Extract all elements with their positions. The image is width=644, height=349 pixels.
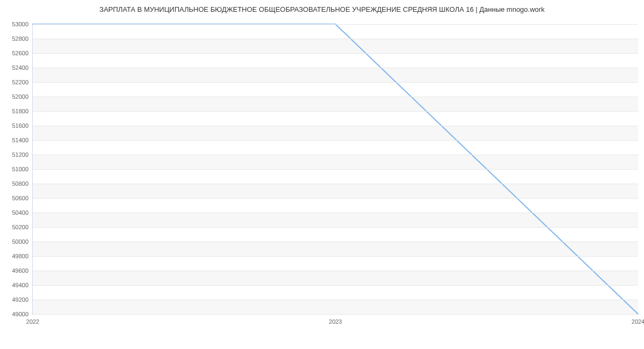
y-gridline bbox=[33, 155, 638, 155]
y-tick-label: 50000 bbox=[12, 238, 33, 245]
y-tick-label: 50800 bbox=[12, 180, 33, 187]
y-tick-label: 50600 bbox=[12, 195, 33, 201]
y-gridline bbox=[33, 256, 638, 257]
y-gridline bbox=[33, 213, 638, 213]
y-tick-label: 49400 bbox=[12, 282, 33, 288]
y-gridline bbox=[33, 140, 638, 141]
y-gridline bbox=[33, 242, 638, 242]
chart-title: ЗАРПЛАТА В МУНИЦИПАЛЬНОЕ БЮДЖЕТНОЕ ОБЩЕО… bbox=[0, 5, 644, 13]
y-gridline bbox=[33, 24, 638, 25]
y-gridline bbox=[33, 53, 638, 54]
y-gridline bbox=[33, 300, 638, 300]
y-tick-label: 50200 bbox=[12, 224, 33, 230]
salary-chart: ЗАРПЛАТА В МУНИЦИПАЛЬНОЕ БЮДЖЕТНОЕ ОБЩЕО… bbox=[0, 0, 644, 349]
x-tick-label: 2024 bbox=[632, 314, 644, 325]
y-gridline bbox=[33, 271, 638, 271]
y-tick-label: 51400 bbox=[12, 137, 33, 143]
y-tick-label: 52800 bbox=[12, 35, 33, 42]
x-tick-label: 2022 bbox=[26, 314, 39, 325]
y-tick-label: 53000 bbox=[12, 21, 33, 27]
x-tick-label: 2023 bbox=[329, 314, 342, 325]
y-tick-label: 49800 bbox=[12, 253, 33, 259]
y-gridline bbox=[33, 198, 638, 199]
y-tick-label: 50400 bbox=[12, 209, 33, 216]
y-gridline bbox=[33, 169, 638, 170]
y-gridline bbox=[33, 126, 638, 126]
y-tick-label: 49600 bbox=[12, 267, 33, 274]
y-gridline bbox=[33, 39, 638, 39]
y-gridline bbox=[33, 111, 638, 112]
y-tick-label: 52400 bbox=[12, 64, 33, 71]
y-tick-label: 52600 bbox=[12, 50, 33, 56]
y-tick-label: 49200 bbox=[12, 296, 33, 303]
y-tick-label: 51800 bbox=[12, 108, 33, 114]
y-gridline bbox=[33, 184, 638, 184]
y-gridline bbox=[33, 227, 638, 228]
y-tick-label: 51000 bbox=[12, 166, 33, 172]
plot-area: 4900049200494004960049800500005020050400… bbox=[32, 24, 638, 315]
y-tick-label: 51200 bbox=[12, 151, 33, 158]
y-tick-label: 51600 bbox=[12, 122, 33, 129]
y-gridline bbox=[33, 68, 638, 68]
y-gridline bbox=[33, 82, 638, 83]
y-tick-label: 52000 bbox=[12, 93, 33, 100]
y-gridline bbox=[33, 97, 638, 97]
y-gridline bbox=[33, 285, 638, 286]
y-tick-label: 52200 bbox=[12, 79, 33, 85]
